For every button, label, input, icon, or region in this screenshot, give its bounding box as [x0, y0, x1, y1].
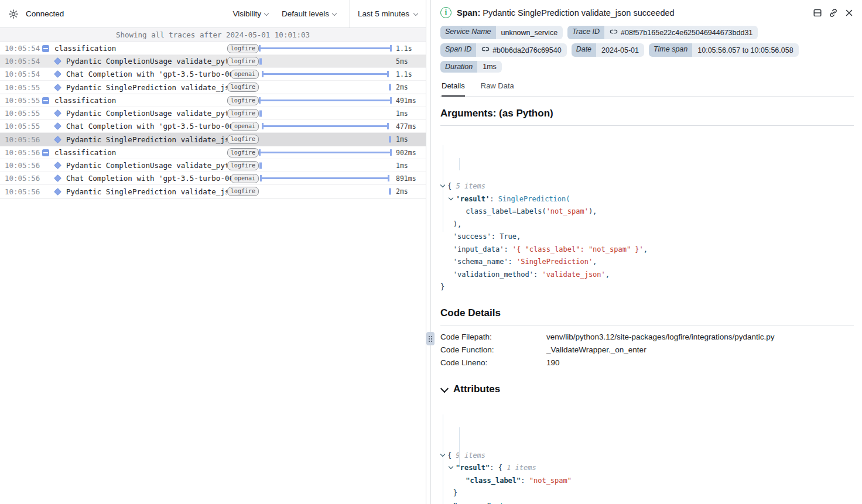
code-line: 'success': True, [440, 231, 854, 244]
trace-row[interactable]: 10:05:56Pydantic CompletionUsage validat… [0, 159, 426, 172]
trace-group: 10:05:55classificationlogfire491ms10:05:… [0, 94, 426, 146]
code-token: 'result' [456, 195, 490, 203]
code-line: "success": true [440, 500, 854, 504]
collapse-icon[interactable] [42, 97, 54, 104]
duration-label: 2ms [392, 187, 426, 196]
code-detail-label: Code Lineno: [440, 358, 546, 367]
scope-badge-label: logfire [227, 57, 259, 66]
metadata-badge[interactable]: Span ID#b0b6da2d76c69540 [440, 43, 567, 57]
app-root: Connected Visibility Default levels Last… [0, 0, 862, 504]
tab-details[interactable]: Details [442, 81, 465, 97]
trace-row[interactable]: 10:05:54classificationlogfire1.1s [0, 42, 426, 55]
duration-bar-track [259, 81, 392, 94]
arguments-python-tree: { 5 items 'result': SinglePrediction( cl… [440, 130, 854, 294]
divider [440, 125, 854, 126]
close-icon[interactable] [844, 8, 854, 18]
span-diamond-icon [42, 85, 66, 90]
duration-label: 1.1s [392, 70, 426, 78]
collapse-chevron-icon[interactable] [440, 183, 447, 188]
span-diamond-icon [42, 71, 66, 77]
indent [440, 258, 453, 266]
duration-bar-track [259, 120, 392, 133]
code-token: "result" [456, 464, 490, 472]
collapse-icon[interactable] [42, 45, 54, 52]
copy-link-icon[interactable] [829, 8, 838, 18]
code-token: 9 items [456, 451, 485, 460]
duration-bar-track [259, 159, 392, 172]
metadata-badge-value: 10:05:56.057 to 10:05:56.058 [692, 43, 798, 57]
metadata-badge-value: #b0b6da2d76c69540 [476, 43, 566, 57]
duration-tick [389, 84, 391, 91]
metadata-badge-text: 1ms [483, 63, 497, 71]
attributes-toggle[interactable]: Attributes [440, 383, 854, 395]
code-token: , [606, 270, 610, 279]
span-header: i Span: Pydantic SinglePrediction valida… [440, 7, 854, 18]
code-detail-row: Code Lineno:190 [440, 356, 854, 369]
attributes-heading: Attributes [453, 383, 500, 395]
duration-bar-track [259, 146, 392, 159]
collapse-chevron-icon[interactable] [449, 196, 456, 201]
trace-row[interactable]: 10:05:55Pydantic SinglePrediction valida… [0, 81, 426, 94]
code-token: "class_label" [466, 476, 521, 485]
link-icon[interactable] [610, 28, 618, 37]
trace-row[interactable]: 10:05:55Pydantic CompletionUsage validat… [0, 107, 426, 120]
code-token: '{ "class_label": "not_spam" }' [512, 245, 644, 253]
code-token: class_label=Labels( [466, 207, 546, 215]
collapse-chevron-icon[interactable] [440, 452, 447, 458]
trace-row[interactable]: 10:05:56Chat Completion with 'gpt-3.5-tu… [0, 172, 426, 185]
scope-badge-label: logfire [227, 96, 259, 105]
code-token: 'SinglePrediction' [516, 258, 593, 266]
scope-badge-label: logfire [227, 83, 259, 92]
code-line: } [440, 281, 854, 294]
trace-row[interactable]: 10:05:54Pydantic CompletionUsage validat… [0, 55, 426, 68]
trace-timestamp: 10:05:54 [5, 44, 42, 53]
trace-label: Chat Completion with 'gpt-3.5-turbo-061 [66, 174, 231, 183]
span-title: Span: Pydantic SinglePrediction validate… [457, 8, 808, 18]
code-line: "result": { 1 items [440, 462, 854, 475]
metadata-badge-label: Duration [440, 61, 477, 73]
code-detail-label: Code Filepath: [440, 332, 546, 341]
collapse-icon[interactable] [42, 149, 54, 156]
indent [440, 245, 453, 253]
metadata-badge-text: unknown_service [501, 29, 558, 37]
metadata-badge-text: 2024-05-01 [601, 46, 639, 54]
metadata-badge-value: 2024-05-01 [596, 43, 644, 57]
visibility-dropdown[interactable]: Visibility [232, 9, 269, 18]
trace-timestamp: 10:05:56 [5, 135, 42, 144]
trace-timestamp: 10:05:55 [5, 83, 42, 92]
code-token: 'validation_method' [453, 270, 533, 279]
duration-tick [259, 162, 262, 169]
indent [440, 270, 453, 279]
link-icon[interactable] [481, 45, 490, 55]
code-token: true [500, 502, 516, 504]
showing-traces-banner: Showing all traces after 2024-05-01 10:0… [0, 28, 426, 42]
metadata-badge-label: Trace ID [567, 26, 604, 39]
code-detail-value: 190 [546, 358, 560, 367]
split-panel-icon[interactable] [813, 8, 822, 18]
scope-badge: openai [231, 70, 259, 79]
time-range-dropdown[interactable]: Last 5 minutes [350, 0, 426, 28]
trace-row[interactable]: 10:05:56Pydantic SinglePrediction valida… [0, 185, 426, 198]
gear-icon[interactable] [8, 9, 19, 19]
trace-row[interactable]: 10:05:55classificationlogfire491ms [0, 94, 426, 107]
trace-label: classification [54, 96, 227, 105]
trace-row[interactable]: 10:05:55Chat Completion with 'gpt-3.5-tu… [0, 120, 426, 133]
metadata-badge-text: #b0b6da2d76c69540 [492, 46, 561, 54]
code-token: 'input_data' [453, 245, 504, 253]
default-levels-dropdown[interactable]: Default levels [282, 9, 337, 18]
trace-row[interactable]: 10:05:56classificationlogfire902ms [0, 146, 426, 159]
trace-row[interactable]: 10:05:56Pydantic SinglePrediction valida… [0, 133, 426, 146]
trace-row[interactable]: 10:05:54Chat Completion with 'gpt-3.5-tu… [0, 68, 426, 81]
metadata-badge[interactable]: Trace ID#08f57b165e22c4e625046944673bdd3… [567, 26, 758, 39]
diamond-icon [54, 84, 61, 91]
duration-bar [259, 152, 392, 153]
duration-bar-track [259, 42, 392, 55]
scope-badge: logfire [227, 57, 259, 66]
splitter-drag-handle-icon[interactable] [426, 332, 435, 345]
scope-badge-label: openai [231, 174, 259, 183]
code-details-heading: Code Details [440, 307, 854, 319]
tab-raw-data[interactable]: Raw Data [481, 81, 514, 96]
trace-timestamp: 10:05:56 [5, 161, 42, 170]
collapse-chevron-icon[interactable] [449, 464, 456, 470]
chevron-down-icon [440, 385, 448, 393]
